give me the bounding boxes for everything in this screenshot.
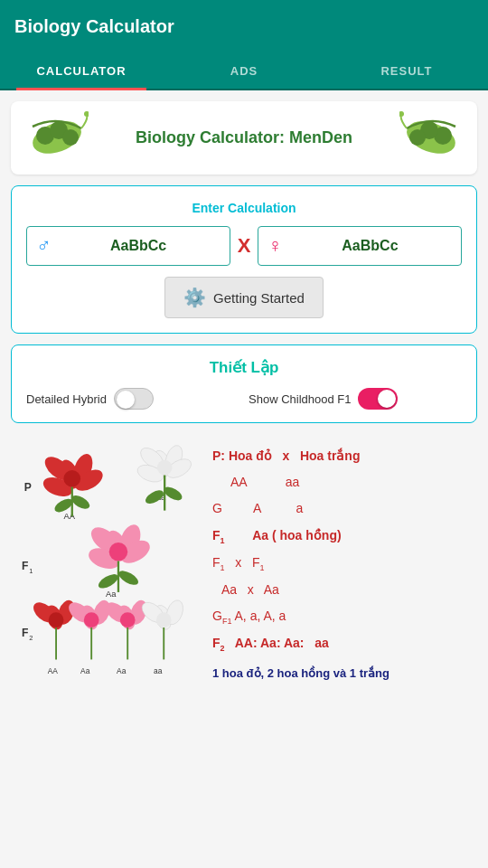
p-label: P: Hoa đỏ x Hoa trắng — [212, 448, 360, 463]
svg-text:Aa: Aa — [80, 666, 90, 675]
svg-point-8 — [409, 129, 426, 146]
svg-point-62 — [120, 612, 136, 627]
f1-label: F1 Aa ( hoa hồng) — [212, 528, 342, 542]
calculator-card: Enter Calculation ♂ AaBbCc X ♀ AaBbCc ⚙️… — [11, 185, 477, 334]
g-label: G A a — [212, 501, 303, 515]
male-symbol: ♂ — [36, 234, 52, 258]
settings-card: Thiết Lập Detailed Hybrid Show Childhood… — [11, 344, 477, 423]
female-symbol: ♀ — [267, 234, 283, 258]
svg-point-42 — [117, 568, 141, 588]
show-childhood-knob — [378, 390, 396, 408]
main-content: Biology Calculator: MenDen Enter Calcula… — [0, 90, 488, 718]
show-childhood-toggle[interactable] — [358, 388, 398, 410]
show-childhood-toggle-item: Show Childhood F1 — [249, 388, 462, 410]
f1x-aa: Aa x Aa — [221, 582, 279, 597]
tab-bar: CALCULATOR ADS RESULT — [0, 53, 488, 90]
svg-point-39 — [109, 542, 127, 561]
female-genotype-value: AaBbCc — [288, 238, 452, 254]
app-header: Biology Calculator — [0, 0, 488, 53]
pea-icon-right — [399, 110, 463, 165]
f2-label: F2 AA: Aa: Aa: aa — [212, 636, 329, 650]
multiply-symbol: X — [238, 234, 251, 258]
svg-point-57 — [84, 612, 99, 627]
results-area: P AA aa — [11, 436, 477, 707]
svg-point-9 — [399, 111, 404, 117]
svg-point-3 — [62, 129, 79, 146]
f1x-line: F1 x F1 — [212, 552, 477, 575]
gf1-line: GF1 A, a, A, a — [212, 605, 477, 628]
svg-point-41 — [97, 571, 121, 591]
flowers-svg: P AA aa — [11, 445, 201, 689]
tab-result[interactable]: RESULT — [325, 53, 488, 89]
svg-text:AA: AA — [48, 666, 59, 675]
svg-text:P: P — [24, 481, 32, 494]
male-genotype-input[interactable]: ♂ AaBbCc — [26, 226, 230, 266]
f1x-aa-line: Aa x Aa — [221, 579, 477, 601]
svg-text:Aa: Aa — [106, 590, 117, 599]
genotype-input-row: ♂ AaBbCc X ♀ AaBbCc — [26, 226, 462, 266]
bio-header-card: Biology Calculator: MenDen — [11, 101, 477, 175]
f2-line: F2 AA: Aa: Aa: aa — [212, 632, 477, 656]
tab-calculator[interactable]: CALCULATOR — [0, 53, 163, 89]
detailed-hybrid-knob — [117, 391, 135, 409]
p-aa-line: AA aa — [230, 471, 477, 494]
detailed-hybrid-label: Detailed Hybrid — [26, 392, 107, 406]
svg-text:aa: aa — [154, 666, 163, 675]
g-line: G A a — [212, 497, 477, 520]
svg-point-4 — [84, 111, 89, 117]
toggle-row: Detailed Hybrid Show Childhood F1 — [26, 388, 462, 410]
svg-text:Aa: Aa — [117, 666, 127, 675]
start-button-label: Getting Started — [213, 290, 305, 306]
svg-point-67 — [156, 612, 172, 627]
genetics-text-area: P: Hoa đỏ x Hoa trắng AA aa G A a F1 Aa … — [212, 445, 477, 698]
svg-text:AA: AA — [63, 512, 75, 521]
svg-text:1: 1 — [29, 567, 33, 575]
gear-icon: ⚙️ — [183, 287, 206, 308]
svg-text:F: F — [22, 560, 28, 572]
header-title: Biology Calculator — [14, 16, 174, 37]
svg-point-27 — [157, 460, 173, 476]
p-aa-left: AA aa — [230, 475, 299, 489]
getting-started-button[interactable]: ⚙️ Getting Started — [164, 277, 324, 318]
gf1-label: GF1 A, a, A, a — [212, 609, 286, 623]
settings-title: Thiết Lập — [26, 358, 462, 377]
f1-line: F1 Aa ( hoa hồng) — [212, 524, 477, 548]
p-line: P: Hoa đỏ x Hoa trắng — [212, 445, 477, 467]
tab-ads[interactable]: ADS — [163, 53, 325, 89]
pea-icon-left — [25, 110, 89, 165]
detailed-hybrid-toggle[interactable] — [114, 388, 154, 410]
male-genotype-value: AaBbCc — [57, 238, 221, 254]
female-genotype-input[interactable]: ♀ AaBbCc — [258, 226, 462, 266]
svg-text:2: 2 — [29, 634, 33, 642]
bio-calculator-title: Biology Calculator: MenDen — [136, 128, 352, 147]
svg-point-18 — [63, 470, 80, 487]
result-text: 1 hoa đỏ, 2 hoa hồng và 1 trắng — [212, 666, 389, 680]
flower-diagram: P AA aa — [11, 445, 205, 698]
calc-section-label: Enter Calculation — [26, 201, 462, 215]
detailed-hybrid-toggle-item: Detailed Hybrid — [26, 388, 239, 410]
f1x-label: F1 x F1 — [212, 555, 264, 570]
result-line: 1 hoa đỏ, 2 hoa hồng và 1 trắng — [212, 663, 477, 684]
show-childhood-label: Show Childhood F1 — [249, 392, 351, 406]
svg-text:F: F — [22, 627, 28, 639]
svg-point-52 — [49, 612, 64, 627]
